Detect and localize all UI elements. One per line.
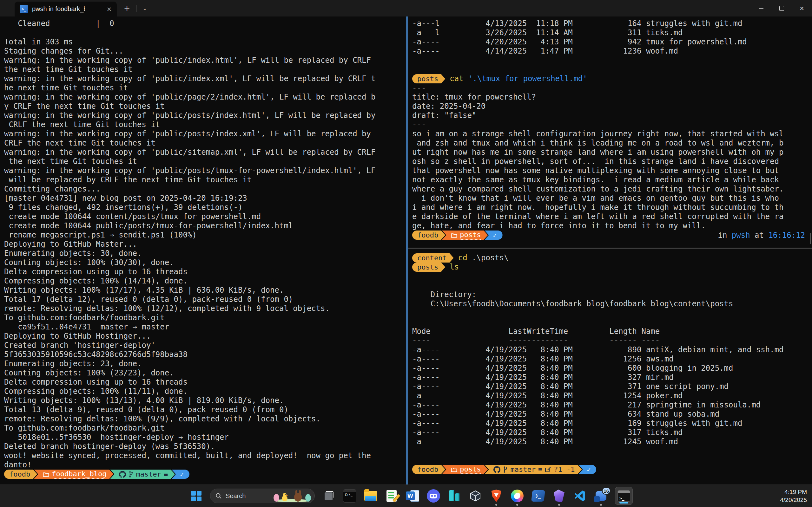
notification-badge: 16 [602, 487, 610, 495]
prompt-branch-status: ≡ [164, 470, 168, 478]
prompt-dir: posts [460, 465, 481, 474]
git-branch-icon [129, 470, 133, 478]
start-button[interactable] [189, 489, 203, 503]
git-branch-icon [503, 466, 508, 473]
edit-icon [545, 466, 551, 473]
left-prompt-bar: foodb foodbark_blog master ≡ ✓ [4, 469, 406, 479]
ls-output-top: -a---l 4/13/2025 11:18 PM 164 struggles … [412, 19, 812, 56]
prompt-dir-segment: posts [442, 465, 488, 474]
command-text: cd .\posts\ [458, 253, 509, 263]
command-prompt-app[interactable]: C:\_ [343, 489, 357, 503]
tab-dropdown-button[interactable]: ⌄ [143, 5, 147, 11]
window-controls: ✕ [751, 0, 812, 16]
status-shell: pwsh [732, 231, 750, 240]
search-icon [215, 493, 222, 499]
word-icon: W [406, 490, 419, 502]
prompt-dir: posts [417, 263, 438, 272]
clock-time: 4:19 PM [780, 488, 807, 496]
check-icon: ✓ [493, 231, 497, 239]
new-tab-button[interactable]: + [124, 4, 130, 13]
command-argument: .\posts\ [467, 253, 509, 262]
prompt-dir-segment: posts [442, 230, 488, 240]
taskbar-clock[interactable]: 4:19 PM 4/20/2025 [780, 488, 807, 504]
status-time: 16:16:12 [768, 231, 805, 240]
terminal-tab[interactable]: >_ pwsh in foodbark_b ✕ [15, 2, 117, 16]
discord-icon [427, 489, 440, 503]
prompt-user: foodb [417, 231, 438, 239]
easter-decoration-image [271, 490, 312, 502]
terminal-pane-left[interactable]: Cleaned | 0 Total in 303 ms Staging chan… [0, 16, 406, 485]
command-text: ls [450, 263, 459, 272]
virtualbox-icon [470, 490, 481, 502]
close-window-button[interactable]: ✕ [792, 0, 812, 16]
prompt-dir-segment: foodbark_blog [34, 469, 113, 479]
ls-command-line: posts ls [412, 263, 812, 272]
powershell-app[interactable]: ❯_ [531, 489, 545, 503]
github-icon [119, 471, 126, 478]
maximize-button[interactable] [771, 0, 792, 16]
search-box[interactable]: Search [210, 489, 315, 503]
running-indicator-dot [516, 504, 518, 506]
vscode-app[interactable] [573, 489, 587, 503]
teams-icon: 16 [594, 489, 608, 503]
obsidian-app[interactable] [552, 489, 566, 503]
prompt-dir-pill: posts [412, 74, 445, 83]
terminal-content: Cleaned | 0 Total in 303 ms Staging chan… [0, 16, 812, 485]
teams-chat-app[interactable]: 16 [594, 489, 608, 503]
obsidian-icon [554, 490, 564, 502]
scrollbar-thumb[interactable] [810, 233, 811, 244]
copilot-app[interactable] [510, 489, 524, 503]
tab-title-text: pwsh in foodbark_ [32, 5, 84, 13]
vscode-icon [574, 490, 586, 502]
brave-app[interactable] [489, 489, 503, 503]
discord-app[interactable] [426, 489, 441, 503]
cat-file-output: --- title: tmux for powershell? date: 20… [412, 83, 812, 230]
prompt-git-segment: master ≡ ?1 -1 [485, 465, 581, 474]
minimize-button[interactable] [751, 0, 771, 16]
taskbar: Search C:\_ W [0, 485, 812, 507]
command-name: ls [450, 263, 459, 271]
prompt-git-segment: master ≡ [110, 469, 175, 479]
prompt-dir-pill: content [412, 253, 454, 263]
running-indicator-dot [600, 504, 602, 506]
prompt-dir-pill: posts [412, 263, 445, 272]
prompt-segments: foodb posts ✓ [412, 230, 503, 240]
word-app[interactable]: W [406, 489, 419, 503]
prompt-dir: content [417, 253, 447, 263]
prompt-user-segment: foodb [412, 230, 445, 240]
tab-title: pwsh in foodbark_b [32, 5, 85, 13]
tab-close-icon[interactable]: ✕ [105, 6, 113, 13]
folder-icon [451, 467, 457, 472]
virtualbox-app[interactable] [468, 489, 482, 503]
cd-command-line: content cd .\posts\ [412, 253, 812, 263]
prompt-dir: posts [460, 231, 481, 240]
prompt-git-changes: ?1 -1 [554, 465, 575, 473]
running-indicator-dot [558, 504, 560, 506]
prompt-dir: foodbark_blog [52, 470, 106, 479]
file-explorer-icon [364, 491, 377, 501]
right-top-prompt-bar: foodb posts ✓ in pwsh at 16:16:12 [412, 230, 812, 240]
powershell-tab-icon: >_ [20, 5, 28, 13]
taskbar-icons: Search C:\_ W [189, 485, 633, 507]
prompt-user: foodb [9, 470, 30, 478]
directory-listing: Directory: C:\Users\foodb\Documents\food… [412, 272, 812, 446]
task-view-button[interactable] [322, 489, 336, 503]
prompt-branch: master [510, 465, 535, 473]
server-admin-app[interactable] [447, 489, 461, 503]
notepad-icon [387, 490, 397, 502]
desktop: >_ pwsh in foodbark_b ✕ + ⌄ ✕ Cleaned | … [0, 0, 812, 507]
terminal-pane-right-top[interactable]: -a---l 4/13/2025 11:18 PM 164 struggles … [408, 16, 812, 248]
notepad-app[interactable] [385, 489, 399, 503]
check-icon: ✓ [587, 466, 591, 473]
folder-icon [43, 471, 49, 477]
file-explorer-app[interactable] [364, 489, 377, 503]
tab-bar-separator [137, 5, 137, 12]
windows-logo-icon [191, 491, 202, 501]
windows-terminal-app-active[interactable]: >_ [615, 487, 633, 505]
terminal-pane-right-bottom[interactable]: content cd .\posts\ posts ls Directory: … [408, 249, 812, 485]
running-indicator-dot [495, 504, 497, 506]
minimize-icon [759, 8, 763, 9]
command-name: cd [458, 253, 467, 262]
windows-terminal-icon: >_ [617, 490, 630, 502]
search-label: Search [225, 493, 271, 500]
